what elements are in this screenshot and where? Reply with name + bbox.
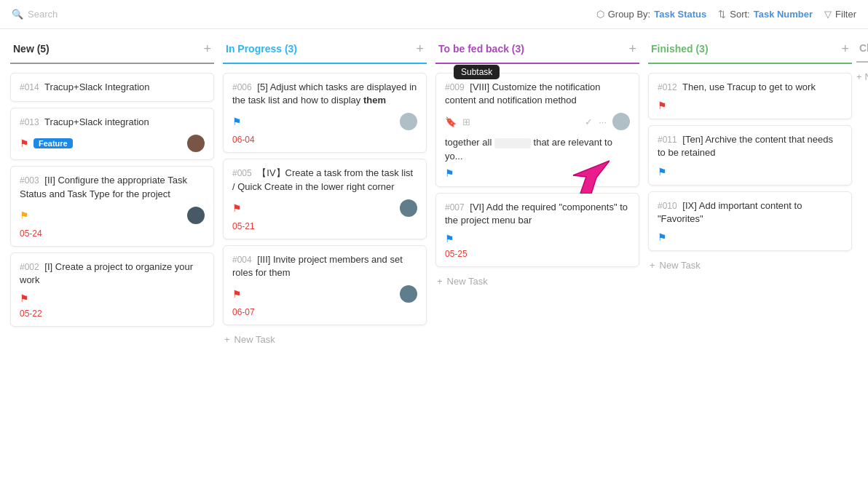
new-task-label: New Task <box>447 276 488 287</box>
card-010[interactable]: #010 [IX] Add important content to "Favo… <box>648 191 852 251</box>
card-id: #002 <box>20 262 39 272</box>
card-id: #009 <box>445 82 465 92</box>
card-title: [III] Invite project members and set rol… <box>232 254 403 278</box>
card-meta: ⚑ <box>232 285 417 303</box>
subtask-tooltip: Subtask <box>454 65 500 79</box>
card-004[interactable]: #004 [III] Invite project members and se… <box>223 245 427 325</box>
column-header-fedback: To be fed back (3) + <box>435 38 639 64</box>
search-area[interactable]: 🔍 Search <box>12 9 58 20</box>
flag-icon: ⚑ <box>232 202 242 214</box>
card-date: 05-22 <box>20 309 205 319</box>
group-by-control[interactable]: ⬡ Group By: Task Status <box>596 9 707 20</box>
card-id: #006 <box>232 82 252 92</box>
column-finished: Finished (3) + #012 Then, use Tracup to … <box>648 38 852 480</box>
column-add-finished[interactable]: + <box>841 42 849 55</box>
column-inprogress: In Progress (3) + #006 [5] Adjust which … <box>223 38 427 480</box>
plus-icon: + <box>650 260 655 271</box>
card-title: Tracup+Slack Integration <box>44 82 149 92</box>
new-task-partial-label: Ne <box>865 71 868 82</box>
card-014[interactable]: #014 Tracup+Slack Integration <box>10 73 214 102</box>
card-009[interactable]: #009 [VIII] Customize the notification c… <box>435 73 639 187</box>
new-task-label: New Task <box>234 334 275 345</box>
card-content: #012 Then, use Tracup to get to work <box>658 81 843 94</box>
card-title: [Ten] Archive the content that needs to … <box>658 134 833 158</box>
search-placeholder: Search <box>28 9 58 20</box>
filter-control[interactable]: ▽ Filter <box>824 9 856 20</box>
card-meta: ⚑ <box>658 166 843 178</box>
sub-text: together all that are relevant to yo... <box>445 136 630 162</box>
new-task-fedback[interactable]: + New Task <box>435 273 639 290</box>
card-013[interactable]: #013 Tracup+Slack integration ⚑ Feature <box>10 108 214 160</box>
card-006[interactable]: #006 [5] Adjust which tasks are displaye… <box>223 73 427 153</box>
column-title-new: New (5) <box>13 43 50 55</box>
card-meta: ⚑ <box>232 113 417 130</box>
flag-icon: ⚑ <box>658 100 667 111</box>
avatar <box>187 135 205 152</box>
new-task-closed[interactable]: + Ne <box>856 71 868 82</box>
card-003[interactable]: #003 [II] Configure the appropriate Task… <box>10 166 214 246</box>
column-header-inprogress: In Progress (3) + <box>223 38 427 64</box>
card-meta: ⚑ Feature <box>20 135 205 152</box>
card-title: [IX] Add important content to "Favorites… <box>658 200 802 224</box>
card-content: #014 Tracup+Slack Integration <box>20 81 205 94</box>
card-meta: ⚑ <box>445 233 630 244</box>
card-title: [II] Configure the appropriate Task Stat… <box>20 175 187 199</box>
plus-icon: + <box>856 71 862 82</box>
column-add-fedback[interactable]: + <box>628 42 636 55</box>
column-title-finished: Finished (3) <box>651 43 709 55</box>
card-content: #002 [I] Create a project to organize yo… <box>20 261 205 287</box>
card-012[interactable]: #012 Then, use Tracup to get to work ⚑ <box>648 73 852 119</box>
group-by-label: Group By: <box>608 9 651 20</box>
column-closed: closed + Ne <box>856 38 868 480</box>
card-title: [I] Create a project to organize your wo… <box>20 261 193 285</box>
flag-icon: ⚑ <box>232 288 242 300</box>
card-id: #012 <box>658 82 677 92</box>
card-date: 05-24 <box>20 228 205 239</box>
card-title: [VI] Add the required "components" to th… <box>445 202 628 226</box>
card-id: #005 <box>232 168 252 178</box>
plus-icon: + <box>224 334 230 345</box>
card-002[interactable]: #002 [I] Create a project to organize yo… <box>10 253 214 327</box>
card-date: 05-25 <box>445 249 630 259</box>
card-id: #007 <box>445 202 465 212</box>
card-content: #006 [5] Adjust which tasks are displaye… <box>232 81 417 107</box>
avatar <box>400 285 417 303</box>
card-id: #014 <box>20 82 39 92</box>
column-add-new[interactable]: + <box>203 42 211 55</box>
feature-badge: Feature <box>33 138 73 148</box>
card-005[interactable]: #005 【IV】Create a task from the task lis… <box>223 159 427 239</box>
card-meta: ⚑ <box>20 293 205 304</box>
card-content: #003 [II] Configure the appropriate Task… <box>20 174 205 200</box>
card-title: [5] Adjust which tasks are displayed in … <box>232 82 417 106</box>
topbar: 🔍 Search ⬡ Group By: Task Status ⇅ Sort:… <box>0 0 868 29</box>
filter-label: Filter <box>835 9 856 20</box>
flag-icon: ⚑ <box>232 116 242 127</box>
new-task-finished[interactable]: + New Task <box>648 257 852 274</box>
column-header-finished: Finished (3) + <box>648 38 852 64</box>
new-task-inprogress[interactable]: + New Task <box>223 331 427 348</box>
card-date: 05-21 <box>232 221 417 231</box>
card-id: #010 <box>658 201 677 211</box>
card-content: #007 [VI] Add the required "components" … <box>445 201 630 227</box>
subtask-icon: ⊞ <box>462 116 470 127</box>
subtask-label: Subtask <box>461 67 492 77</box>
card-title: [VIII] Customize the notification conten… <box>445 82 601 106</box>
board: New (5) + #014 Tracup+Slack Integration … <box>0 29 868 489</box>
card-011[interactable]: #011 [Ten] Archive the content that need… <box>648 125 852 185</box>
card-007[interactable]: #007 [VI] Add the required "components" … <box>435 193 639 267</box>
flag-icon: ⚑ <box>658 166 667 178</box>
sort-icon: ⇅ <box>718 9 726 20</box>
sort-value: Task Number <box>754 9 813 20</box>
flag-icon: ⚑ <box>20 293 29 304</box>
check-icon: ✓ <box>585 116 593 127</box>
card-meta: ⚑ <box>20 207 205 224</box>
sort-control[interactable]: ⇅ Sort: Task Number <box>718 9 813 20</box>
flag-icon: ⚑ <box>20 210 29 221</box>
card-id: #013 <box>20 117 39 127</box>
sort-label: Sort: <box>730 9 749 20</box>
card-meta: ⚑ <box>658 231 843 243</box>
card-tags: ⚑ Feature <box>20 138 73 149</box>
bookmark-icon: 🔖 <box>445 116 457 127</box>
column-add-inprogress[interactable]: + <box>416 42 424 55</box>
more-icon: ··· <box>599 116 607 127</box>
